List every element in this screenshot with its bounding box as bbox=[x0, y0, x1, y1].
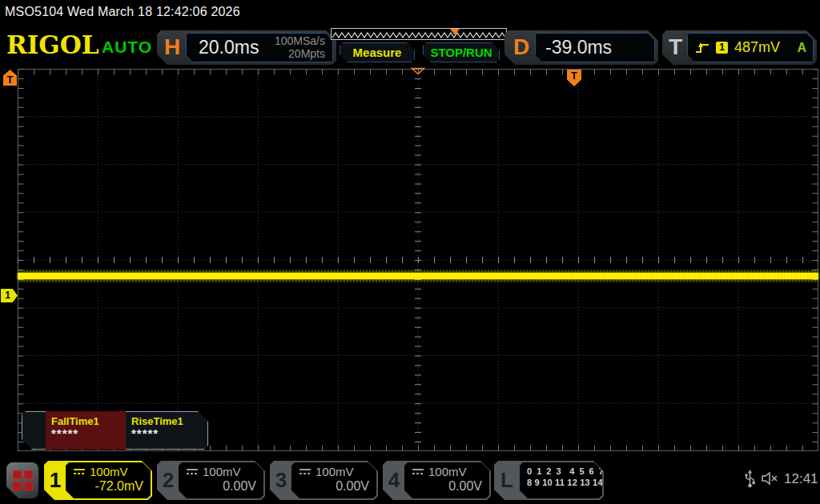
channel4-number: 4 bbox=[383, 461, 405, 500]
measurement-falltime-label: FallTime1 bbox=[51, 415, 126, 427]
menu-grid-icon bbox=[13, 482, 22, 490]
measurement-risetime-label: RiseTime1 bbox=[131, 415, 206, 427]
logic-channels-row2: 8 9 10 11 12 13 14 15 bbox=[527, 477, 602, 488]
preview-waveform-icon bbox=[332, 30, 506, 40]
horizontal-inner[interactable]: 20.0ms 100MSa/s 20Mpts bbox=[186, 33, 333, 62]
trigger-label: T bbox=[669, 30, 682, 63]
channel3-info: 100mV 0.00V bbox=[291, 462, 376, 498]
channel3-scale: 100mV bbox=[316, 465, 354, 478]
logic-analyzer-box[interactable]: L 0 1 2 3 4 5 6 7 8 9 10 11 12 13 14 15 bbox=[494, 461, 604, 500]
channel2-offset: 0.00V bbox=[179, 479, 263, 494]
menu-grid-icon bbox=[13, 470, 22, 479]
channel4-info: 100mV 0.00V bbox=[404, 462, 489, 498]
measurement-panel[interactable]: FallTime1 ***** RiseTime1 ***** bbox=[22, 411, 208, 450]
delay-panel[interactable]: D -39.0ms bbox=[504, 30, 658, 65]
channel1-trace bbox=[18, 270, 818, 282]
measurement-risetime[interactable]: RiseTime1 ***** bbox=[126, 411, 206, 450]
memory-waveform-preview[interactable] bbox=[331, 28, 507, 40]
channel2-scale: 100mV bbox=[203, 465, 241, 478]
trigger-inner[interactable]: 1 487mV A bbox=[687, 33, 814, 62]
rising-edge-trigger-icon bbox=[695, 42, 709, 54]
graticule-grid bbox=[18, 69, 818, 451]
channel1-trace-core bbox=[18, 273, 818, 279]
speaker-muted-icon bbox=[761, 471, 780, 486]
measure-button[interactable]: Measure bbox=[340, 42, 415, 62]
dc-coupling-icon bbox=[412, 468, 424, 475]
timebase-value: 20.0ms bbox=[199, 37, 259, 58]
delay-value: -39.0ms bbox=[545, 37, 612, 58]
horizontal-label: H bbox=[164, 30, 180, 63]
measurement-falltime[interactable]: FallTime1 ***** bbox=[46, 411, 126, 450]
menu-grid-icon bbox=[24, 482, 33, 490]
channel3-box[interactable]: 3 100mV 0.00V bbox=[270, 461, 378, 500]
horizontal-center-marker-icon bbox=[411, 67, 425, 75]
channel2-box[interactable]: 2 100mV 0.00V bbox=[157, 461, 265, 500]
delay-label: D bbox=[513, 30, 529, 63]
trigger-panel[interactable]: T 1 487mV A bbox=[662, 30, 817, 65]
sample-rate-block: 100MSa/s 20Mpts bbox=[275, 35, 333, 60]
menu-grid-button[interactable] bbox=[6, 462, 38, 498]
preview-trigger-marker-icon bbox=[450, 29, 460, 35]
trigger-source-badge: 1 bbox=[716, 42, 728, 54]
sample-rate-value: 100MSa/s bbox=[275, 35, 325, 48]
logic-analyzer-channels: 0 1 2 3 4 5 6 7 8 9 10 11 12 13 14 15 bbox=[520, 462, 602, 498]
channel1-offset: -72.0mV bbox=[66, 479, 151, 494]
oscilloscope-screen: MSO5104 Wed March 18 12:42:06 2026 RIGOL… bbox=[0, 0, 820, 504]
trigger-level-value: 487mV bbox=[734, 39, 780, 56]
measurement-risetime-value: ***** bbox=[131, 427, 206, 440]
stop-run-button[interactable]: STOP/RUN bbox=[423, 42, 500, 62]
channel1-ground-marker[interactable]: 1 bbox=[1, 289, 18, 302]
channel1-number: 1 bbox=[44, 461, 66, 500]
channel4-box[interactable]: 4 100mV 0.00V bbox=[383, 461, 491, 500]
channel4-offset: 0.00V bbox=[404, 479, 489, 494]
channel1-scale: 100mV bbox=[90, 465, 128, 478]
horizontal-panel[interactable]: H 20.0ms 100MSa/s 20Mpts bbox=[157, 30, 336, 65]
channel2-number: 2 bbox=[157, 461, 179, 500]
channel4-scale: 100mV bbox=[428, 465, 467, 478]
channel2-info: 100mV 0.00V bbox=[179, 462, 263, 498]
channel3-offset: 0.00V bbox=[291, 479, 376, 494]
logic-channels-row1: 0 1 2 3 4 5 6 7 bbox=[527, 466, 602, 477]
dc-coupling-icon bbox=[299, 468, 312, 475]
memory-depth-value: 20Mpts bbox=[275, 48, 325, 61]
channel1-box[interactable]: 1 100mV -72.0mV bbox=[44, 461, 152, 500]
channel3-number: 3 bbox=[270, 461, 292, 500]
menu-grid-icon bbox=[24, 470, 33, 479]
logic-analyzer-label: L bbox=[494, 461, 520, 500]
dc-coupling-icon bbox=[73, 468, 86, 475]
model-date-text: MSO5104 Wed March 18 12:42:06 2026 bbox=[5, 5, 240, 19]
clock-text: 12:41 bbox=[784, 471, 818, 487]
measurement-falltime-value: ***** bbox=[51, 427, 126, 440]
trigger-level-marker[interactable]: T bbox=[3, 70, 17, 86]
rigol-logo: RIGOL bbox=[6, 30, 99, 59]
usb-icon bbox=[744, 470, 756, 489]
acquisition-mode-label: AUTO bbox=[102, 38, 152, 57]
trigger-sweep-mode: A bbox=[797, 41, 814, 55]
dc-coupling-icon bbox=[186, 468, 199, 475]
delay-inner[interactable]: -39.0ms bbox=[535, 33, 655, 62]
channel1-info: 100mV -72.0mV bbox=[66, 462, 151, 498]
